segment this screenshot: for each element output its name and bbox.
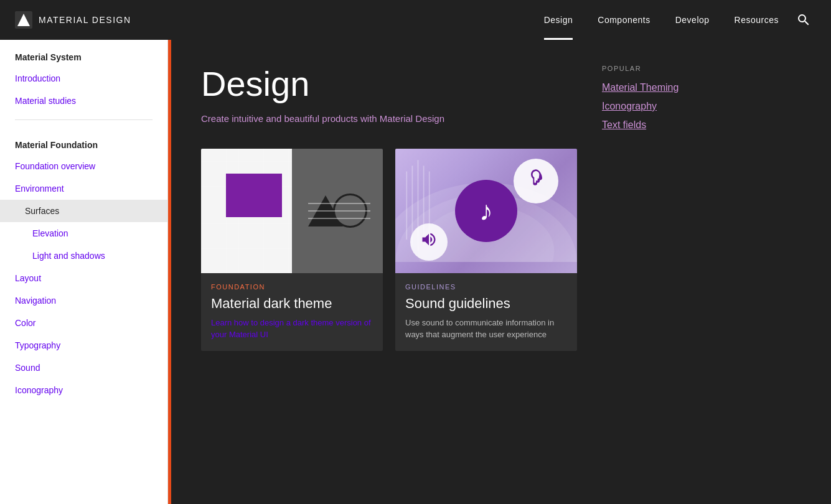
sidebar-item-sound[interactable]: Sound <box>0 357 167 379</box>
sidebar-item-color[interactable]: Color <box>0 312 167 334</box>
sidebar-item-typography[interactable]: Typography <box>0 334 167 357</box>
main-layout: Material System Introduction Material st… <box>0 40 831 504</box>
speaker-icon <box>420 231 438 253</box>
dt-line-3 <box>308 218 370 219</box>
dark-theme-visual <box>201 149 383 273</box>
sound-visual: ♪ <box>395 149 577 273</box>
speaker-circle <box>410 223 448 261</box>
sidebar-divider <box>15 119 153 120</box>
sidebar-item-light-and-shadows[interactable]: Light and shadows <box>0 245 167 267</box>
sidebar-item-iconography[interactable]: Iconography <box>0 379 167 401</box>
cards-row: FOUNDATION Material dark theme Learn how… <box>201 149 577 351</box>
card-dark-theme-title: Material dark theme <box>201 293 383 317</box>
sidebar-section-material-system: Material System <box>0 40 167 67</box>
ear-icon <box>526 169 546 194</box>
sidebar-item-material-studies[interactable]: Material studies <box>0 90 167 112</box>
card-dark-theme-image <box>201 149 383 273</box>
card-dark-theme-desc: Learn how to design a dark theme version… <box>201 317 383 351</box>
card-sound-title: Sound guidelines <box>395 293 577 317</box>
sidebar-item-layout[interactable]: Layout <box>0 267 167 289</box>
nav-link-design[interactable]: Design <box>532 0 586 40</box>
content-left: Design Create intuitive and beautiful pr… <box>201 65 577 479</box>
nav-link-develop[interactable]: Develop <box>663 0 722 40</box>
logo-icon <box>15 11 32 29</box>
music-note-circle: ♪ <box>455 180 517 242</box>
sidebar-item-elevation[interactable]: Elevation <box>0 222 167 245</box>
sidebar: Material System Introduction Material st… <box>0 40 168 504</box>
nav-link-resources[interactable]: Resources <box>722 0 791 40</box>
sidebar-item-foundation-overview[interactable]: Foundation overview <box>0 155 167 177</box>
hero-subtitle-text: Create intuitive and beautiful products … <box>201 113 444 124</box>
card-sound-image: ♪ <box>395 149 577 273</box>
dt-grid <box>201 149 292 273</box>
card-sound-guidelines[interactable]: ♪ <box>395 149 577 351</box>
ear-circle <box>514 159 558 203</box>
dt-line-1 <box>308 203 370 204</box>
content-right: POPULAR Material Theming Iconography Tex… <box>602 65 801 479</box>
sidebar-item-navigation[interactable]: Navigation <box>0 289 167 312</box>
search-button[interactable] <box>791 12 816 27</box>
hero-subtitle: Create intuitive and beautiful products … <box>201 113 577 124</box>
dt-lines <box>308 203 370 219</box>
search-icon <box>796 12 811 27</box>
nav-link-components[interactable]: Components <box>585 0 662 40</box>
popular-link-material-theming[interactable]: Material Theming <box>602 82 801 93</box>
logo-text: MATERIAL DESIGN <box>39 15 131 25</box>
card-dark-theme-tag: FOUNDATION <box>201 273 383 293</box>
hero-title: Design <box>201 65 577 103</box>
sidebar-section-material-foundation: Material Foundation <box>0 128 167 155</box>
card-material-dark-theme[interactable]: FOUNDATION Material dark theme Learn how… <box>201 149 383 351</box>
popular-link-text-fields[interactable]: Text fields <box>602 119 801 131</box>
top-navigation: MATERIAL DESIGN Design Components Develo… <box>0 0 831 40</box>
popular-link-iconography[interactable]: Iconography <box>602 101 801 112</box>
dt-purple-box <box>226 174 282 217</box>
nav-links: Design Components Develop Resources <box>532 0 791 40</box>
popular-label: POPULAR <box>602 65 801 72</box>
main-content: Design Create intuitive and beautiful pr… <box>171 40 831 504</box>
sidebar-item-environment[interactable]: Environment <box>0 177 167 200</box>
dt-right <box>292 149 383 273</box>
music-note-icon: ♪ <box>479 195 493 226</box>
sidebar-item-introduction[interactable]: Introduction <box>0 67 167 90</box>
logo[interactable]: MATERIAL DESIGN <box>15 11 532 29</box>
card-sound-tag: GUIDELINES <box>395 273 577 293</box>
sidebar-item-surfaces[interactable]: Surfaces <box>0 200 167 222</box>
dt-line-2 <box>308 210 370 212</box>
card-sound-desc: Use sound to communicate information in … <box>395 317 577 351</box>
